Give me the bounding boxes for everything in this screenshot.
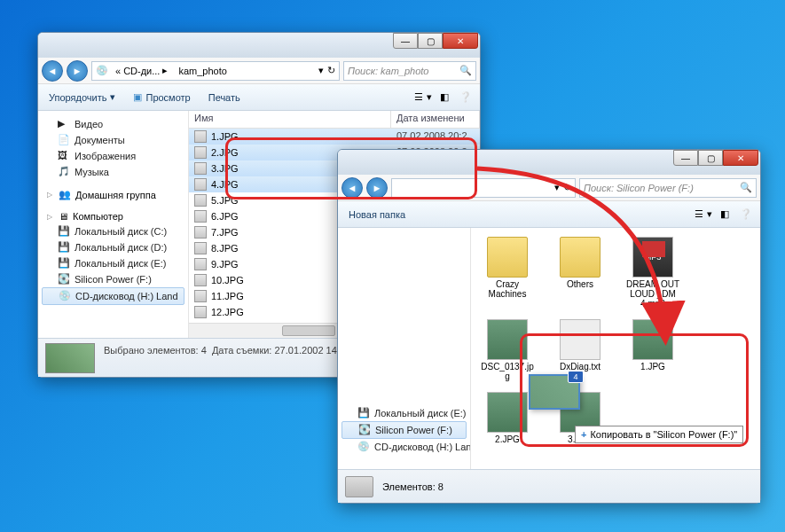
minimize-button[interactable]: — xyxy=(393,33,418,49)
refresh-icon[interactable]: ↻ xyxy=(327,65,335,76)
close-button[interactable]: ✕ xyxy=(723,150,758,166)
item-label: Others xyxy=(567,279,593,289)
column-headers[interactable]: Имя Дата изменени xyxy=(189,111,480,129)
image-file-icon xyxy=(194,242,207,254)
forward-button[interactable]: ► xyxy=(366,177,388,199)
nav-images[interactable]: 🖼Изображения xyxy=(42,148,184,164)
file-name: 9.JPG xyxy=(211,259,239,270)
search-input[interactable]: Поиск: Silicon Power (F:) 🔍 xyxy=(579,178,757,198)
maximize-button[interactable]: ▢ xyxy=(698,150,723,166)
file-date: 07.02.2008 20:2 xyxy=(391,129,480,144)
nav-drive-f[interactable]: 💽Silicon Power (F:) xyxy=(341,421,467,439)
breadcrumb-seg[interactable]: «CD-ди...▸ xyxy=(112,64,171,77)
img-icon xyxy=(487,392,528,433)
chevron-down-icon[interactable]: ▾ xyxy=(554,182,560,193)
image-file-icon xyxy=(194,290,207,302)
help-button[interactable]: ❔ xyxy=(457,89,475,106)
nav-computer[interactable]: 🖥Компьютер xyxy=(42,209,184,223)
image-file-icon xyxy=(194,258,207,270)
copy-tooltip: + Копировать в "Silicon Power (F:)" xyxy=(575,426,743,443)
close-button[interactable]: ✕ xyxy=(443,33,478,49)
item-label: 1.JPG xyxy=(640,362,665,372)
help-button[interactable]: ❔ xyxy=(737,206,755,223)
search-input[interactable]: Поиск: kam_photo 🔍 xyxy=(343,61,476,81)
grid-item[interactable]: 2.JPG xyxy=(480,392,535,444)
grid-item[interactable]: Others xyxy=(553,237,608,309)
col-name[interactable]: Имя xyxy=(189,111,391,128)
preview-pane-button[interactable]: ◧ xyxy=(716,206,734,223)
preview-thumbnail xyxy=(45,343,95,373)
organize-button[interactable]: Упорядочить ▾ xyxy=(43,89,121,106)
minimize-button[interactable]: — xyxy=(673,150,698,166)
grid-item[interactable]: MP3DREAM OUT LOUD _DM 4.mp3 xyxy=(625,237,680,309)
nav-drive-f[interactable]: 💽Silicon Power (F:) xyxy=(42,271,184,287)
refresh-icon[interactable]: ↻ xyxy=(563,182,571,193)
grid-item[interactable]: DSC_0137.jpg xyxy=(480,319,535,381)
item-label: Crazy Machines xyxy=(480,279,535,299)
nav-pane: ▶Видео 📄Документы 🖼Изображения 🎵Музыка 👥… xyxy=(38,111,189,338)
image-file-icon xyxy=(194,162,207,175)
search-icon: 🔍 xyxy=(740,182,752,193)
image-file-icon xyxy=(194,178,207,191)
image-file-icon xyxy=(194,226,207,239)
item-label: DREAM OUT LOUD _DM 4.mp3 xyxy=(625,279,680,309)
mp3-icon: MP3 xyxy=(632,237,673,278)
nav-homegroup[interactable]: 👥Домашняя группа xyxy=(42,187,184,202)
folder-icon xyxy=(487,237,528,278)
toolbar: Новая папка ☰ ▾ ◧ ❔ xyxy=(338,201,760,228)
nav-music[interactable]: 🎵Музыка xyxy=(42,164,184,180)
preview-pane-button[interactable]: ◧ xyxy=(436,89,453,106)
new-folder-button[interactable]: Новая папка xyxy=(343,207,411,223)
back-button[interactable]: ◄ xyxy=(42,60,63,82)
status-bar: Элементов: 8 xyxy=(338,469,760,503)
file-name: 10.JPG xyxy=(211,275,244,286)
chevron-down-icon[interactable]: ▾ xyxy=(318,65,324,76)
titlebar[interactable]: — ▢ ✕ xyxy=(38,33,480,58)
nav-drive-h[interactable]: 💿CD-дисковод (H:) Land xyxy=(42,287,184,305)
nav-documents[interactable]: 📄Документы xyxy=(42,132,184,148)
file-name: 4.JPG xyxy=(211,179,239,190)
view-button[interactable]: ☰ ▾ xyxy=(695,206,712,223)
search-placeholder: Поиск: Silicon Power (F:) xyxy=(584,183,694,193)
file-name: 2.JPG xyxy=(211,147,239,158)
col-date[interactable]: Дата изменени xyxy=(391,111,480,128)
image-file-icon xyxy=(194,146,207,159)
window-target: — ▢ ✕ ◄ ► ▾ ↻ Поиск: Silicon Power (F:) … xyxy=(337,149,761,504)
file-name: 1.JPG xyxy=(211,131,239,142)
item-label: 2.JPG xyxy=(495,434,520,444)
print-button[interactable]: Печать xyxy=(203,90,246,106)
forward-button[interactable]: ► xyxy=(67,60,88,82)
maximize-button[interactable]: ▢ xyxy=(418,33,443,49)
image-file-icon xyxy=(194,210,207,223)
folder-icon xyxy=(560,237,601,278)
file-name: 8.JPG xyxy=(211,243,239,254)
back-button[interactable]: ◄ xyxy=(341,177,363,199)
cd-icon: 💿 xyxy=(96,65,108,76)
grid-item[interactable]: Crazy Machines xyxy=(480,237,535,309)
nav-pane: 💾Локальный диск (E:) 💽Silicon Power (F:)… xyxy=(338,228,471,469)
search-icon: 🔍 xyxy=(459,65,472,76)
nav-drive-h[interactable]: 💿CD-дисковод (H:) Land xyxy=(341,439,467,455)
view-button[interactable]: ☰ ▾ xyxy=(414,89,432,106)
copy-tooltip-text: Копировать в "Silicon Power (F:)" xyxy=(590,429,737,440)
titlebar[interactable]: — ▢ ✕ xyxy=(338,150,760,175)
file-row[interactable]: 1.JPG07.02.2008 20:2 xyxy=(189,129,480,145)
file-name: 6.JPG xyxy=(211,211,239,222)
address-bar[interactable]: ▾ ↻ xyxy=(391,178,576,198)
nav-drive-d[interactable]: 💾Локальный диск (D:) xyxy=(42,239,184,255)
plus-icon: + xyxy=(581,429,586,440)
file-icon xyxy=(560,319,601,360)
item-label: DSC_0137.jpg xyxy=(480,362,535,381)
nav-drive-e[interactable]: 💾Локальный диск (E:) xyxy=(341,405,467,421)
preview-button[interactable]: ▣Просмотр xyxy=(128,89,195,106)
nav-drive-e[interactable]: 💾Локальный диск (E:) xyxy=(42,255,184,271)
nav-video[interactable]: ▶Видео xyxy=(42,116,184,132)
status-item-count: Элементов: 8 xyxy=(382,481,444,492)
address-bar[interactable]: 💿 «CD-ди...▸ kam_photo ▾ ↻ xyxy=(91,61,340,81)
drag-count-badge: 4 xyxy=(568,371,584,383)
drive-icon xyxy=(345,476,373,497)
nav-bar: ◄ ► 💿 «CD-ди...▸ kam_photo ▾ ↻ Поиск: ka… xyxy=(38,58,480,84)
grid-item[interactable]: 1.JPG xyxy=(625,319,680,381)
nav-drive-c[interactable]: 💾Локальный диск (C:) xyxy=(42,223,184,239)
breadcrumb-seg[interactable]: kam_photo xyxy=(175,65,230,77)
